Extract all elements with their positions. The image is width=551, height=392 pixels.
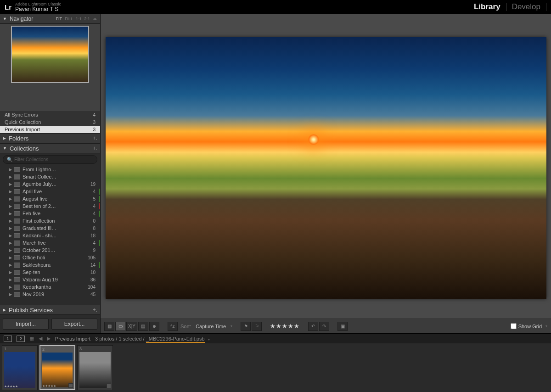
show-grid-checkbox[interactable]	[511, 323, 517, 329]
zoom-1-1[interactable]: 1:1	[76, 17, 82, 21]
collection-row[interactable]: ▶Graduated fil…8	[0, 224, 100, 232]
zoom-fill[interactable]: FILL	[65, 17, 73, 21]
collection-row[interactable]: ▶First collection0	[0, 217, 100, 224]
collection-row[interactable]: ▶Smart Collec…	[0, 173, 100, 180]
module-develop[interactable]: Develop	[512, 2, 540, 11]
collection-row[interactable]: ▶Sakleshpura14	[0, 261, 100, 269]
main-area: ▦ ▭ X|Y ▤ ☻ ᴬz Sort: Capture Time ▾ ⚑ ⚐ …	[101, 14, 551, 333]
image-canvas[interactable]	[101, 14, 551, 319]
collection-row[interactable]: ▶Best ten of 2…4	[0, 202, 100, 210]
folders-header[interactable]: ▶ Folders +.	[0, 133, 100, 143]
monitor-2-button[interactable]: 2	[17, 336, 25, 342]
collections-list: ▶From Lightro…▶Smart Collec…▶Agumbe July…	[0, 166, 100, 305]
view-survey-button[interactable]: ▤	[138, 322, 148, 331]
chevron-down-icon[interactable]: ▾	[231, 324, 232, 328]
thumb-stars: ★★★★★	[42, 384, 56, 388]
flag-pick-button[interactable]: ⚑	[241, 322, 251, 331]
collections-filter-input[interactable]: 🔍 Filter Collections	[3, 155, 97, 164]
collection-row[interactable]: ▶Kadkani - shi…18	[0, 232, 100, 239]
collection-row[interactable]: ▶Agumbe July…19	[0, 180, 100, 188]
history-forward-icon[interactable]: ▶	[47, 336, 51, 342]
collection-row[interactable]: ▶Valparai Aug 1986	[0, 276, 100, 283]
module-library[interactable]: Library	[474, 2, 500, 11]
chevron-down-icon[interactable]: ▾	[208, 337, 210, 342]
zoom-2-1[interactable]: 2:1	[84, 17, 90, 21]
navigator-preview[interactable]	[0, 24, 100, 111]
user-name-label: Pavan Kumar T S	[15, 6, 61, 12]
filmstrip-thumb-3[interactable]: 3	[77, 345, 113, 390]
collection-set-icon	[14, 174, 20, 179]
collection-icon	[14, 218, 20, 224]
rating-stars[interactable]: ★★★★★	[270, 323, 300, 330]
collection-count: 8	[93, 226, 98, 231]
chevron-right-icon: ▶	[9, 175, 14, 179]
export-button[interactable]: Export...	[51, 319, 97, 330]
collection-row[interactable]: ▶From Lightro…	[0, 166, 100, 173]
collection-name: August five	[22, 196, 93, 202]
add-folder-icon[interactable]: +.	[93, 135, 97, 141]
rotate-ccw-button[interactable]: ↶	[308, 322, 318, 331]
history-back-icon[interactable]: ◀	[39, 336, 42, 342]
sort-value[interactable]: Capture Time	[196, 324, 226, 329]
slideshow-button[interactable]: ▣	[337, 322, 348, 331]
navigator-header[interactable]: ▼ Navigator FIT FILL 1:1 2:1 ◂▸	[0, 14, 100, 24]
selection-info: 3 photos / 1 selected / _MBC2296-Pano-Ed…	[95, 336, 210, 342]
catalog-row-quick[interactable]: Quick Collection 3	[0, 118, 100, 126]
collection-row[interactable]: ▶Nov 201945	[0, 291, 100, 298]
monitor-1-button[interactable]: 1	[4, 336, 12, 342]
flag-reject-button[interactable]: ⚐	[252, 322, 262, 331]
color-label	[99, 203, 100, 209]
view-grid-button[interactable]: ▦	[104, 322, 114, 331]
painter-button[interactable]: ᴬz	[168, 322, 178, 331]
collection-name: Kedarkantha	[22, 284, 88, 290]
collection-name: Smart Collec…	[22, 174, 96, 179]
collections-header[interactable]: ▼ Collections +.	[0, 143, 100, 153]
identity-plate: Adobe Lightroom Classic Pavan Kumar T S	[15, 2, 61, 12]
chevron-down-icon: ▼	[3, 17, 7, 21]
navigator-thumbnail[interactable]	[11, 26, 89, 83]
import-button[interactable]: Import...	[3, 319, 49, 330]
catalog-row-count: 3	[93, 127, 96, 132]
metadata-badge-icon[interactable]	[107, 384, 111, 388]
view-loupe-button[interactable]: ▭	[115, 322, 125, 331]
show-grid-toggle[interactable]: Show Grid ▾	[511, 323, 547, 329]
collection-count: 18	[90, 233, 98, 238]
collection-row[interactable]: ▶Office holi105	[0, 254, 100, 261]
collection-row[interactable]: ▶Feb five4	[0, 210, 100, 217]
chevron-right-icon: ▶	[9, 241, 14, 245]
main-photo[interactable]	[106, 37, 546, 299]
collection-row[interactable]: ▶October 201…9	[0, 246, 100, 254]
chevron-right-icon: ▶	[9, 226, 14, 230]
filmstrip-thumb-1[interactable]: 1 ★★★★★	[2, 345, 38, 390]
collection-name: Nov 2019	[22, 291, 90, 297]
metadata-badge-icon[interactable]	[68, 383, 73, 388]
collection-count: 4	[93, 204, 98, 209]
collection-row[interactable]: ▶March five4	[0, 239, 100, 246]
chevron-icon[interactable]: ◂▸	[93, 17, 97, 21]
collection-icon	[14, 233, 20, 238]
chevron-down-icon[interactable]: ▾	[545, 324, 547, 328]
view-compare-button[interactable]: X|Y	[126, 322, 137, 331]
add-collection-icon[interactable]: +.	[93, 145, 97, 151]
collection-row[interactable]: ▶April five4	[0, 188, 100, 195]
filter-placeholder: Filter Collections	[14, 157, 48, 162]
search-icon: 🔍	[7, 157, 12, 162]
view-people-button[interactable]: ☻	[149, 322, 159, 331]
collection-row[interactable]: ▶Sep-ten10	[0, 269, 100, 276]
collection-row[interactable]: ▶Kedarkantha104	[0, 283, 100, 291]
filmstrip[interactable]: 1 ★★★★★ 2 ★★★★★ 3	[0, 343, 551, 392]
zoom-fit[interactable]: FIT	[56, 17, 62, 21]
collection-name: April five	[22, 189, 93, 194]
add-publish-icon[interactable]: +.	[93, 307, 97, 313]
collection-count: 4	[93, 241, 98, 246]
grid-icon[interactable]: ▦	[29, 336, 34, 342]
publish-header[interactable]: ▶ Publish Services +.	[0, 305, 100, 315]
collection-icon	[14, 255, 20, 260]
catalog-row-sync-errors[interactable]: All Sync Errors 4	[0, 111, 100, 118]
filename-label[interactable]: _MBC2296-Pano-Edit.psb	[146, 336, 205, 343]
rotate-cw-button[interactable]: ↷	[319, 322, 329, 331]
source-label[interactable]: Previous Import	[55, 336, 90, 342]
filmstrip-thumb-2[interactable]: 2 ★★★★★	[39, 345, 75, 390]
catalog-row-previous-import[interactable]: Previous Import 3	[0, 126, 100, 133]
collection-row[interactable]: ▶August five5	[0, 195, 100, 202]
